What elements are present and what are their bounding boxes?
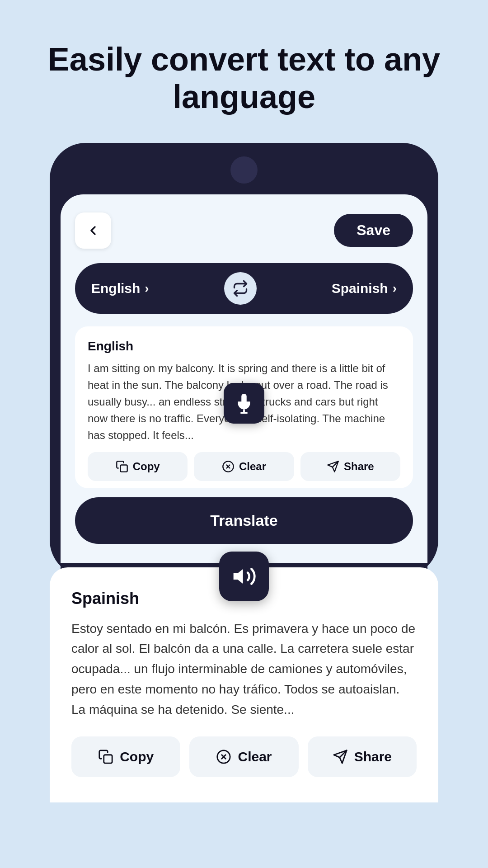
svg-rect-0	[120, 465, 127, 472]
language-from-label: English	[91, 281, 140, 296]
microphone-overlay[interactable]	[224, 383, 264, 424]
output-text-content: Estoy sentado en mi balcón. Es primavera…	[71, 619, 417, 720]
input-action-buttons: Copy Clear	[88, 452, 400, 481]
language-to-chevron: ›	[393, 281, 397, 296]
svg-rect-8	[104, 755, 112, 763]
page-title: Easily convert text to any language	[0, 41, 488, 116]
screen-header: Save	[75, 212, 413, 249]
output-card: Spainish Estoy sentado en mi balcón. Es …	[50, 567, 438, 802]
swap-language-button[interactable]	[224, 272, 257, 305]
save-button[interactable]: Save	[334, 214, 413, 247]
input-share-button[interactable]: Share	[300, 452, 400, 481]
language-from-option[interactable]: English ›	[91, 281, 149, 296]
phone-frame: Save English › Spainish	[50, 143, 438, 576]
output-clear-button[interactable]: Clear	[189, 736, 298, 777]
output-section: Spainish Estoy sentado en mi balcón. Es …	[50, 576, 438, 802]
svg-marker-14	[234, 569, 243, 584]
translate-button[interactable]: Translate	[75, 497, 413, 544]
output-action-buttons: Copy Clear Share	[71, 736, 417, 777]
language-selector: English › Spainish ›	[75, 263, 413, 314]
speaker-overlay[interactable]	[219, 552, 269, 601]
input-language-label: English	[88, 339, 400, 354]
language-to-label: Spainish	[332, 281, 388, 296]
input-box: English I am sitting on my balcony. It i…	[75, 326, 413, 488]
input-copy-button[interactable]: Copy	[88, 452, 188, 481]
phone-notch	[230, 156, 258, 184]
phone-screen: Save English › Spainish	[61, 194, 427, 563]
phone-mockup: Save English › Spainish	[50, 143, 438, 576]
output-share-button[interactable]: Share	[308, 736, 417, 777]
language-to-option[interactable]: Spainish ›	[332, 281, 397, 296]
language-from-chevron: ›	[145, 281, 149, 296]
back-button[interactable]	[75, 212, 111, 249]
output-copy-button[interactable]: Copy	[71, 736, 180, 777]
input-clear-button[interactable]: Clear	[194, 452, 294, 481]
